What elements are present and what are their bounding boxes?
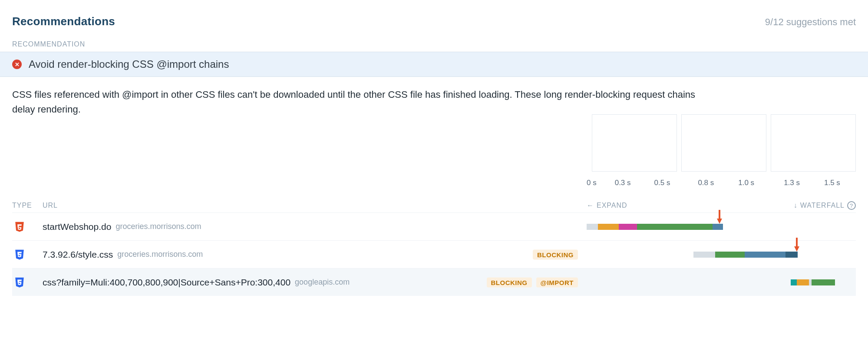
filmstrip-frame — [681, 114, 766, 172]
waterfall-button[interactable]: ↓ WATERFALL ? — [794, 201, 856, 210]
recommendation-bar[interactable]: ✕ Avoid render-blocking CSS @import chai… — [0, 52, 868, 77]
html5-icon — [14, 221, 25, 232]
tick-label: 1.3 s — [784, 179, 800, 187]
waterfall-bar — [587, 249, 856, 260]
expand-button[interactable]: ← EXPAND — [587, 202, 627, 209]
waterfall-segment — [598, 224, 619, 230]
url-cell: 7.3.92.6/style.cssgroceries.morrisons.co… — [43, 249, 587, 260]
table-row[interactable]: 7.3.92.6/style.cssgroceries.morrisons.co… — [12, 240, 856, 268]
dependency-arrow-icon — [717, 219, 722, 224]
url-host: groceries.morrisons.com — [116, 222, 201, 231]
table-header: TYPE URL ← EXPAND ↓ WATERFALL ? — [12, 201, 856, 210]
filmstrip-frame — [592, 114, 677, 172]
recommendation-column-label: RECOMMENDATION — [12, 40, 856, 48]
waterfall-segment — [745, 252, 785, 258]
url-cell: startWebshop.dogroceries.morrisons.com — [43, 222, 587, 232]
url-path: 7.3.92.6/style.css — [43, 249, 113, 260]
expand-label: EXPAND — [597, 202, 627, 209]
filmstrip — [592, 114, 856, 172]
waterfall-bar — [587, 277, 856, 288]
badge-import: @IMPORT — [536, 277, 578, 287]
waterfall-segment — [693, 252, 715, 258]
help-icon[interactable]: ? — [847, 201, 856, 210]
suggestions-met: 9/12 suggestions met — [765, 17, 856, 28]
arrow-down-icon: ↓ — [794, 202, 798, 209]
dependency-arrow-icon — [794, 246, 799, 252]
arrow-left-icon: ← — [587, 202, 594, 209]
waterfall-segment — [713, 224, 723, 230]
waterfall-segment — [791, 279, 797, 285]
waterfall-segment — [587, 224, 598, 230]
waterfall-segment — [785, 252, 798, 258]
table-row[interactable]: startWebshop.dogroceries.morrisons.com — [12, 212, 856, 240]
request-table: startWebshop.dogroceries.morrisons.com7.… — [12, 212, 856, 296]
waterfall-label: WATERFALL — [800, 202, 845, 209]
recommendation-title: Avoid render-blocking CSS @import chains — [29, 58, 229, 70]
table-row[interactable]: css?family=Muli:400,700,800,900|Source+S… — [12, 268, 856, 296]
waterfall-segment — [812, 279, 835, 285]
css3-icon — [14, 249, 25, 260]
tick-label: 1.5 s — [824, 179, 840, 187]
waterfall-segment — [715, 252, 745, 258]
tick-label: 0.5 s — [654, 179, 670, 187]
section-title: Recommendations — [12, 15, 115, 28]
waterfall-segment — [797, 279, 809, 285]
badge-group: BLOCKING@IMPORT — [487, 277, 578, 287]
filmstrip-frame — [771, 114, 856, 172]
url-path: css?family=Muli:400,700,800,900|Source+S… — [43, 277, 290, 288]
waterfall-segment — [637, 224, 713, 230]
tick-label: 0.3 s — [615, 179, 631, 187]
badge-blocking: BLOCKING — [533, 249, 578, 259]
badge-group: BLOCKING — [533, 249, 578, 259]
tick-label: 0 s — [587, 179, 597, 187]
col-url: URL — [43, 202, 587, 209]
recommendation-description: CSS files referenced with @import in oth… — [12, 87, 720, 117]
tick-label: 1.0 s — [738, 179, 754, 187]
url-host: googleapis.com — [295, 278, 350, 287]
status-fail-icon: ✕ — [12, 60, 22, 69]
url-path: startWebshop.do — [43, 222, 111, 232]
css3-icon — [14, 277, 25, 288]
waterfall-segment — [619, 224, 637, 230]
tick-label: 0.8 s — [698, 179, 714, 187]
col-type: TYPE — [12, 202, 43, 209]
url-host: groceries.morrisons.com — [117, 250, 203, 259]
badge-blocking: BLOCKING — [487, 277, 532, 287]
waterfall-bar — [587, 221, 856, 232]
timeline-ticks: 0 s 0.3 s 0.5 s 0.8 s 1.0 s 1.3 s 1.5 s — [587, 179, 856, 187]
